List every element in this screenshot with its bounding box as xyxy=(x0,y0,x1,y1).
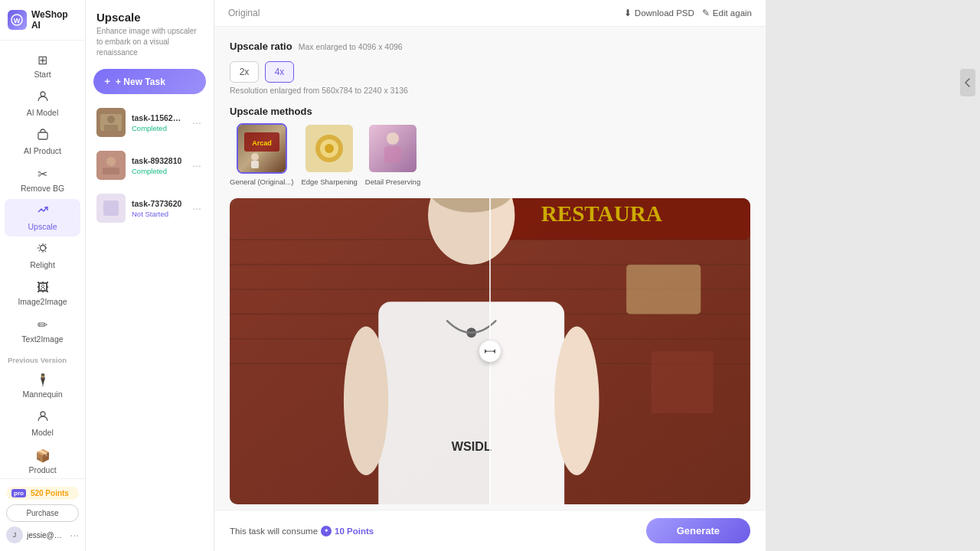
sidebar-item-image2image[interactable]: 🖼 Image2Image xyxy=(5,276,80,311)
task-more-button[interactable]: ··· xyxy=(191,115,203,130)
ai-model-icon xyxy=(37,90,49,106)
ratio-2x-button[interactable]: 2x xyxy=(230,61,259,83)
svg-rect-12 xyxy=(103,168,119,174)
method-general[interactable]: Arcad General (Original...) xyxy=(230,123,293,186)
sidebar-item-label: AI Product xyxy=(24,146,61,155)
task-status: Not Started xyxy=(132,210,185,218)
task-more-button[interactable]: ··· xyxy=(191,201,203,216)
task-list: task-11562519 Completed ··· task-8932810… xyxy=(86,102,214,551)
user-more-icon[interactable]: ··· xyxy=(70,529,79,541)
generate-button[interactable]: Generate xyxy=(646,518,750,543)
sidebar-item-label: Start xyxy=(34,70,51,79)
svg-text:W: W xyxy=(14,17,21,24)
consume-points: 10 Points xyxy=(335,527,374,536)
methods-row: Arcad General (Original...) xyxy=(230,123,750,186)
edit-again-label: Edit again xyxy=(713,8,752,18)
sidebar-item-mannequin[interactable]: 🕴 Mannequin xyxy=(5,367,80,404)
svg-point-48 xyxy=(554,327,599,475)
task-more-button[interactable]: ··· xyxy=(191,158,203,173)
sidebar-item-label: Image2Image xyxy=(18,297,67,306)
edit-icon: ✎ xyxy=(702,8,710,18)
upscale-methods-title: Upscale methods xyxy=(230,106,750,117)
logo-icon: W xyxy=(8,10,27,30)
points-icon: ✦ xyxy=(321,526,332,536)
avatar: J xyxy=(6,527,23,543)
purchase-button[interactable]: Purchase xyxy=(6,504,79,522)
sidebar-item-label: Model xyxy=(31,428,54,437)
method-detail-preserving[interactable]: Detail Preserving xyxy=(365,123,420,186)
ratio-buttons: 2x 4x xyxy=(230,61,750,83)
svg-text:RESTAURA: RESTAURA xyxy=(541,201,662,226)
points-display: pro 520 Points xyxy=(6,487,79,500)
method-label-general: General (Original...) xyxy=(230,178,293,186)
consume-text: This task will consume ✦ 10 Points xyxy=(230,526,374,536)
compare-handle[interactable] xyxy=(479,341,501,362)
svg-rect-41 xyxy=(651,351,713,413)
svg-text:Arcad: Arcad xyxy=(252,139,272,147)
sidebar-item-label: Text2Image xyxy=(21,334,63,344)
top-bar-actions: ⬇ Download PSD ✎ Edit again xyxy=(624,8,752,18)
task-id: task-11562519 xyxy=(132,113,185,122)
ratio-4x-button[interactable]: 4x xyxy=(265,61,294,83)
svg-point-5 xyxy=(41,412,45,416)
svg-point-2 xyxy=(41,92,45,96)
bottom-bar: This task will consume ✦ 10 Points Gener… xyxy=(214,510,766,551)
sidebar-item-text2image[interactable]: ✏ Text2Image xyxy=(5,312,80,349)
relight-icon xyxy=(37,243,49,258)
sidebar-item-model[interactable]: Model xyxy=(5,405,80,442)
task-item[interactable]: task-8932810 Completed ··· xyxy=(92,145,207,186)
task-info: task-11562519 Completed xyxy=(132,113,185,132)
sidebar-item-remove-bg[interactable]: ✂ Remove BG xyxy=(5,161,80,198)
sidebar-item-start[interactable]: ⊞ Start xyxy=(5,47,80,84)
sidebar-item-label: Product xyxy=(28,465,56,474)
previous-version-label: Previous Version xyxy=(0,350,85,367)
method-thumb-detail xyxy=(368,123,418,174)
sidebar-nav: ⊞ Start AI Model AI Product ✂ Remove BG … xyxy=(0,41,85,478)
new-task-button[interactable]: ＋ + New Task xyxy=(93,69,206,94)
task-status: Completed xyxy=(132,167,185,175)
sidebar-item-ai-model[interactable]: AI Model xyxy=(5,85,80,122)
svg-point-4 xyxy=(40,246,45,251)
image2image-icon: 🖼 xyxy=(37,281,49,295)
method-thumb-general: Arcad xyxy=(237,123,287,174)
method-label-edge: Edge Sharpening xyxy=(301,178,357,186)
tab-original: Original xyxy=(228,8,260,18)
panel-title: Upscale xyxy=(96,11,203,24)
task-panel: Upscale Enhance image with upscaler to e… xyxy=(86,0,214,551)
task-id: task-7373620 xyxy=(132,199,185,208)
sidebar-item-upscale[interactable]: Upscale xyxy=(5,199,80,236)
task-thumbnail xyxy=(96,194,126,223)
svg-rect-9 xyxy=(104,125,118,131)
method-edge-sharpening[interactable]: Edge Sharpening xyxy=(301,123,357,186)
product-icon: 📦 xyxy=(35,448,51,463)
edit-again-button[interactable]: ✎ Edit again xyxy=(702,8,752,18)
svg-point-19 xyxy=(251,153,259,161)
sidebar-item-relight[interactable]: Relight xyxy=(5,237,80,275)
svg-rect-40 xyxy=(626,265,701,315)
panel-toggle-button[interactable] xyxy=(960,69,975,96)
user-row[interactable]: J jessie@we... ··· xyxy=(6,527,79,543)
sidebar-item-product[interactable]: 📦 Product xyxy=(5,443,80,478)
start-icon: ⊞ xyxy=(38,53,47,67)
ai-product-icon xyxy=(37,129,49,144)
sidebar-item-label: Relight xyxy=(30,260,55,269)
task-item[interactable]: task-7373620 Not Started ··· xyxy=(92,187,207,229)
panel-header: Upscale Enhance image with upscaler to e… xyxy=(86,0,214,61)
task-item[interactable]: task-11562519 Completed ··· xyxy=(92,102,207,143)
task-thumbnail xyxy=(96,151,126,180)
svg-point-8 xyxy=(107,116,115,123)
download-psd-button[interactable]: ⬇ Download PSD xyxy=(624,8,694,18)
task-thumbnail xyxy=(96,108,126,137)
svg-point-11 xyxy=(106,157,116,166)
content-body: Upscale ratio Max enlarged to 4096 x 409… xyxy=(214,27,766,510)
sidebar-footer: pro 520 Points Purchase J jessie@we... ·… xyxy=(0,478,85,551)
text2image-icon: ✏ xyxy=(38,318,47,332)
sidebar-item-label: Upscale xyxy=(28,222,57,231)
new-task-label: + New Task xyxy=(116,77,165,87)
task-status: Completed xyxy=(132,124,185,132)
sidebar: W WeShop AI ⊞ Start AI Model AI Product … xyxy=(0,0,86,551)
sidebar-item-ai-product[interactable]: AI Product xyxy=(5,123,80,161)
task-info: task-8932810 Completed xyxy=(132,156,185,175)
svg-point-27 xyxy=(387,132,399,145)
download-icon: ⬇ xyxy=(624,8,632,18)
